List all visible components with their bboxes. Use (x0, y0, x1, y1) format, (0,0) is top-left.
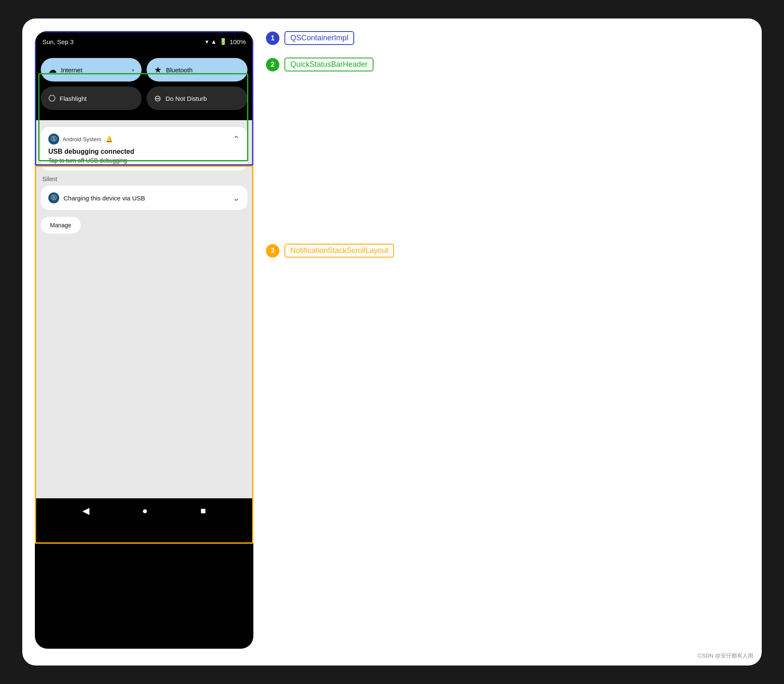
wifi-status-icon: ▾ (205, 38, 208, 45)
badge-1: 1 (266, 32, 279, 45)
notif-header-left: Ⓢ Android System 🔔 (48, 134, 113, 145)
label-box-1: 1 QSContainerImpl (266, 31, 394, 45)
tile-flashlight-label: Flashlight (60, 95, 87, 102)
tile-flashlight[interactable]: ⎔ Flashlight (41, 87, 142, 110)
tile-donotdisturb[interactable]: ⊖ Do Not Disturb (147, 87, 247, 110)
tile-bluetooth-label: Bluetooth (166, 66, 192, 74)
battery-icon: 🔋 (219, 38, 227, 45)
qs-tiles: ☁ Internet › ★ Bluetooth ⎔ Flashlight ⊖ (41, 56, 247, 112)
label-box-2: 2 QuickStatusBarHeader (266, 58, 394, 71)
nav-bar: ◀ ● ■ (35, 498, 253, 524)
tile-internet-label: Internet (61, 66, 82, 74)
notif-collapse-button[interactable]: ⌃ (233, 134, 240, 144)
label-notif-stack: NotificationStackScrollLayout (284, 244, 394, 258)
dnd-tile-icon: ⊖ (154, 93, 161, 103)
android-system-icon: Ⓢ (48, 134, 59, 145)
notif-usb-debug-title: USB debugging connected (48, 148, 240, 155)
badge-2: 2 (266, 58, 279, 71)
outer-card: Sun, Sep 3 ▾ ▲ 🔋 100% ☁ Internet › ★ (22, 18, 762, 666)
tile-internet-arrow: › (132, 66, 134, 73)
label-qs-header: QuickStatusBarHeader (284, 58, 374, 71)
back-button[interactable]: ◀ (82, 505, 89, 516)
wifi-tile-icon: ☁ (48, 65, 57, 75)
tile-dnd-label: Do Not Disturb (166, 95, 207, 102)
qs-panel: ☁ Internet › ★ Bluetooth ⎔ Flashlight ⊖ (35, 52, 253, 120)
notif-usb-debug-body: Tap to turn off USB debugging (48, 157, 240, 164)
notif-app-name: Android System (63, 136, 101, 142)
labels-area: 1 QSContainerImpl 2 QuickStatusBarHeader… (266, 31, 394, 258)
home-button[interactable]: ● (142, 505, 147, 516)
android-system-icon-2: Ⓢ (48, 192, 59, 203)
notif-card-charging[interactable]: Ⓢ Charging this device via USB ⌄ (41, 186, 247, 210)
phone-container: Sun, Sep 3 ▾ ▲ 🔋 100% ☁ Internet › ★ (35, 31, 253, 649)
watermark: CSDN @安仔都有人用 (698, 652, 753, 660)
recents-button[interactable]: ■ (200, 505, 206, 516)
tile-bluetooth[interactable]: ★ Bluetooth (147, 58, 247, 82)
status-date: Sun, Sep 3 (42, 38, 74, 45)
status-bar-right: ▾ ▲ 🔋 100% (205, 38, 246, 45)
label-qs-container: QSContainerImpl (284, 31, 354, 45)
flashlight-tile-icon: ⎔ (48, 93, 55, 103)
badge-3: 3 (266, 244, 279, 258)
manage-button[interactable]: Manage (41, 217, 81, 234)
signal-status-icon: ▲ (211, 38, 217, 45)
battery-percent: 100% (230, 38, 246, 45)
notif-area: Ⓢ Android System 🔔 ⌃ USB debugging conne… (35, 120, 253, 498)
notif-card-collapsed-left: Ⓢ Charging this device via USB (48, 192, 145, 203)
status-bar: Sun, Sep 3 ▾ ▲ 🔋 100% (35, 31, 253, 52)
bluetooth-tile-icon: ★ (154, 65, 162, 75)
notif-card-usb-debug[interactable]: Ⓢ Android System 🔔 ⌃ USB debugging conne… (41, 127, 247, 171)
tile-internet[interactable]: ☁ Internet › (41, 58, 142, 82)
notif-expand-button[interactable]: ⌄ (233, 193, 240, 203)
notif-charging-title: Charging this device via USB (63, 195, 145, 202)
notif-bell-icon: 🔔 (105, 136, 113, 142)
notif-header: Ⓢ Android System 🔔 ⌃ (48, 134, 240, 145)
silent-section-label: Silent (42, 176, 247, 182)
label-box-3: 3 NotificationStackScrollLayout (266, 244, 394, 258)
